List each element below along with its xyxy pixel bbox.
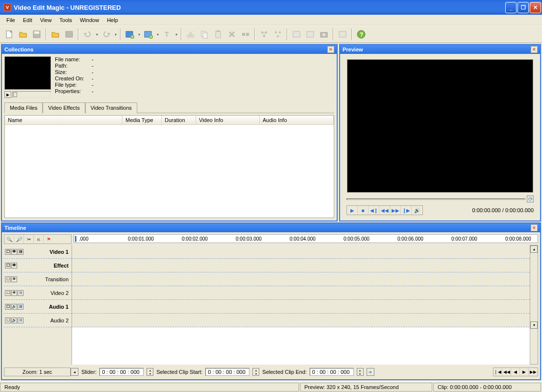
end-spin[interactable]: ▴▾ [357, 368, 364, 376]
add-clip-dropdown[interactable]: ▾ [155, 32, 160, 37]
paste-button[interactable] [212, 28, 224, 41]
group-button[interactable] [258, 28, 271, 41]
cut-button[interactable] [184, 28, 197, 41]
stop-button[interactable]: ■ [358, 206, 369, 215]
ungroup-button[interactable] [271, 28, 284, 41]
preview-slider[interactable] [346, 198, 525, 200]
import-media-button[interactable] [63, 28, 75, 41]
undo-dropdown[interactable]: ▾ [95, 32, 99, 37]
redo-dropdown[interactable]: ▾ [113, 32, 118, 37]
add-clip-button[interactable] [142, 28, 155, 41]
tab-media-files[interactable]: Media Files [4, 102, 43, 113]
media-grid[interactable]: Name Media Type Duration Video Info Audi… [4, 115, 334, 218]
add-video-dropdown[interactable]: ▾ [137, 32, 142, 37]
track-video2[interactable]: ☐👁⊞ Video 2 [4, 286, 72, 300]
tl-scroll-down[interactable]: ▾ [530, 321, 538, 329]
delete-button[interactable] [225, 28, 238, 41]
text-button[interactable]: T [161, 28, 173, 41]
col-name[interactable]: Name [5, 116, 123, 124]
status-preview: Preview: 320 x 240, 15 Frames/Second [300, 383, 432, 392]
snapshot-button[interactable] [318, 28, 330, 41]
slider-spin[interactable]: ▴▾ [147, 368, 153, 376]
titlebar: V Video Edit Magic - UNREGISTERED _ ❐ ✕ [0, 0, 542, 15]
export-button[interactable] [290, 28, 303, 41]
nav-first[interactable]: ❘◀ [493, 368, 502, 376]
track-speaker-icon[interactable]: 🔊 [11, 304, 17, 310]
zoom-level: Zoom: 1 sec [4, 368, 71, 376]
clip-start-input[interactable] [205, 368, 249, 376]
menu-file[interactable]: File [2, 16, 19, 24]
track-video1[interactable]: ☐👁⊟ Video 1 [4, 245, 72, 259]
undo-button[interactable] [81, 28, 94, 41]
track-lock-icon[interactable]: ⊟ [18, 249, 24, 255]
goto-button[interactable]: ➔ [367, 368, 374, 376]
nav-prev-fast[interactable]: ◀◀ [502, 368, 511, 376]
rewind-button[interactable]: ◀◀ [379, 206, 390, 215]
collections-thumbnail [4, 56, 51, 90]
nav-next-fast[interactable]: ▶▶ [529, 368, 538, 376]
tl-scroll-up[interactable]: ▴ [530, 245, 538, 253]
zoom-out-button[interactable]: 🔎 [14, 235, 24, 244]
track-audio1[interactable]: ☐🔊⊞ Audio 1 [4, 300, 72, 314]
tl-tool-3[interactable]: ✂ [24, 235, 34, 244]
timeline-panel: Timeline ✕ 🔍 🔎 ✂ ⎌ ⚑ ▍.000 0:00:01.000 0… [1, 222, 541, 380]
play-button[interactable]: ▶ [347, 206, 358, 215]
track-transition[interactable]: ☐👁 Transition [4, 272, 72, 286]
svg-rect-3 [66, 31, 73, 37]
tab-video-transitions[interactable]: Video Transitions [85, 102, 137, 113]
settings-button[interactable] [336, 28, 349, 41]
minimize-button[interactable]: _ [505, 2, 517, 13]
help-button[interactable]: ? [355, 28, 368, 41]
track-audio2[interactable]: ☐🔊⊞ Audio 2 [4, 314, 72, 327]
menu-window[interactable]: Window [76, 16, 103, 24]
col-mediatype[interactable]: Media Type [123, 116, 162, 124]
split-button[interactable] [239, 28, 252, 41]
open-button[interactable] [17, 28, 29, 41]
thumb-play-button[interactable]: ▶ [4, 91, 11, 98]
preview-slider-end-button[interactable]: ⟳ [527, 196, 534, 202]
maximize-button[interactable]: ❐ [517, 2, 529, 13]
timeline-ruler[interactable]: ▍.000 0:00:01.000 0:00:02.000 0:00:03.00… [74, 234, 538, 243]
prev-frame-button[interactable]: ◀❙ [369, 206, 379, 215]
add-video-button[interactable] [123, 28, 136, 41]
tl-tool-4[interactable]: ⎌ [34, 235, 44, 244]
redo-button[interactable] [100, 28, 113, 41]
thumb-slider[interactable] [12, 91, 51, 98]
save-button[interactable] [30, 28, 43, 41]
preview-title: Preview [343, 47, 531, 52]
menu-tools[interactable]: Tools [55, 16, 76, 24]
forward-button[interactable]: ▶▶ [390, 206, 401, 215]
tab-video-effects[interactable]: Video Effects [43, 102, 85, 113]
preview-close-button[interactable]: ✕ [531, 46, 538, 53]
track-mute-icon[interactable]: ☐ [5, 249, 11, 255]
menu-view[interactable]: View [36, 16, 56, 24]
timeline-close-button[interactable]: ✕ [531, 224, 538, 231]
track-effect[interactable]: ☐👁 Effect [4, 259, 72, 272]
timeline-tracks[interactable] [72, 245, 530, 365]
col-videoinfo[interactable]: Video Info [196, 116, 260, 124]
menu-edit[interactable]: Edit [19, 16, 36, 24]
collections-close-button[interactable]: ✕ [327, 46, 334, 53]
tl-marker-button[interactable]: ⚑ [44, 235, 53, 244]
volume-button[interactable]: 🔊 [412, 206, 422, 215]
start-spin[interactable]: ▴▾ [252, 368, 259, 376]
col-duration[interactable]: Duration [162, 116, 196, 124]
zoom-in-button[interactable]: 🔍 [4, 235, 14, 244]
export2-button[interactable] [304, 28, 317, 41]
slider-time-input[interactable] [99, 368, 144, 376]
import-folder-button[interactable] [49, 28, 62, 41]
menu-help[interactable]: Help [103, 16, 122, 24]
svg-rect-15 [242, 33, 245, 36]
tl-hscroll-left[interactable]: ◂ [71, 368, 78, 376]
copy-button[interactable] [198, 28, 211, 41]
nav-prev[interactable]: ◀ [511, 368, 520, 376]
clip-end-input[interactable] [310, 368, 354, 376]
text-dropdown[interactable]: ▾ [174, 32, 179, 37]
col-audioinfo[interactable]: Audio Info [260, 116, 334, 124]
next-frame-button[interactable]: ❙▶ [401, 206, 412, 215]
preview-canvas [347, 59, 533, 193]
nav-next[interactable]: ▶ [520, 368, 529, 376]
new-button[interactable] [3, 28, 16, 41]
track-eye-icon[interactable]: 👁 [11, 249, 17, 255]
close-button[interactable]: ✕ [530, 2, 541, 13]
